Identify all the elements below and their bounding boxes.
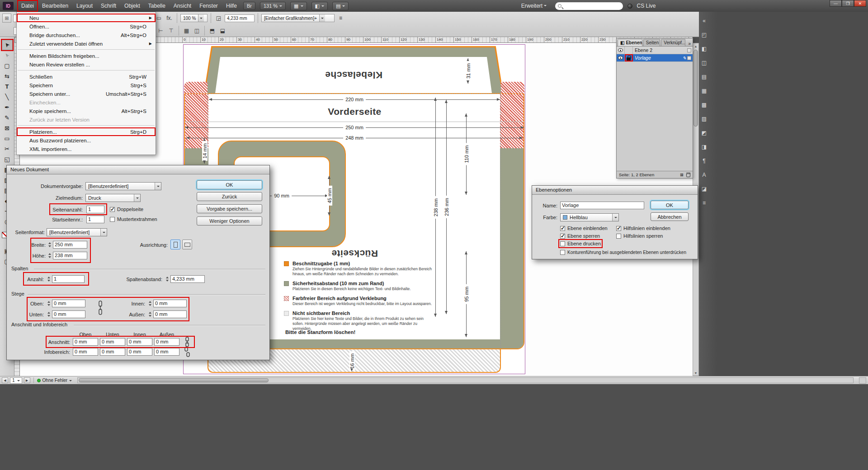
start-page-field[interactable]: 1 [86, 216, 104, 223]
layers-panel-icon[interactable]: ◧ [700, 44, 708, 53]
new-layer-icon[interactable]: ⊞ [680, 172, 684, 177]
menubar-item[interactable]: Schrift [97, 0, 120, 12]
horizontal-scrollbar[interactable] [77, 377, 854, 383]
zoom-level-dropdown[interactable]: 131 % [260, 2, 286, 10]
width-value-field[interactable]: 250 mm [53, 241, 87, 249]
file-menu-item[interactable]: Speichern Strg+S [17, 81, 156, 89]
layer-visibility-cell[interactable] [617, 47, 625, 54]
frame-tool-button[interactable]: ⊠ [2, 123, 13, 133]
file-menu-item[interactable]: Meinen Bildschirm freigeben... [17, 52, 156, 60]
layer-row-selected[interactable]: Vorlage ✎ [617, 54, 693, 62]
save-preset-button[interactable]: Vorgabe speichern... [197, 204, 262, 213]
lock-guides-checkbox[interactable]: Hilfslinien sperren [616, 233, 663, 239]
margin-top-stepper[interactable] [47, 300, 51, 307]
effects-panel-icon[interactable]: ◩ [700, 128, 708, 137]
file-menu-item[interactable]: Öffnen... Strg+O [17, 22, 156, 31]
menubar-item[interactable]: Ansicht [170, 0, 195, 12]
menubar-item[interactable]: Hilfe [222, 0, 241, 12]
expand-panels-icon[interactable]: « [700, 16, 708, 25]
arrange-documents-button[interactable]: ▤ [332, 2, 349, 10]
margin-inside-stepper[interactable] [148, 300, 152, 307]
file-menu-item[interactable]: Speichern unter... Umschalt+Strg+S [17, 89, 156, 98]
ok-button[interactable]: OK [651, 201, 689, 209]
back-button[interactable]: Zurück [197, 192, 262, 201]
links-panel-icon[interactable]: ◫ [700, 58, 708, 67]
page-tool-button[interactable]: ▢ [2, 61, 13, 71]
checkbox-icon[interactable] [560, 226, 565, 231]
bleed-inside-field[interactable]: 0 mm [127, 338, 152, 346]
master-frame-checkbox[interactable]: Mustertextrahmen [110, 216, 157, 222]
scroll-down-icon[interactable]: ▼ [693, 370, 698, 376]
file-menu-item[interactable]: Einchecken... [17, 98, 156, 107]
margin-top-field[interactable]: 0 mm [52, 300, 85, 307]
paragraph-panel-icon[interactable]: ¶ [700, 156, 708, 165]
fewer-options-button[interactable]: Weniger Optionen [197, 216, 262, 226]
restore-button[interactable]: ❐ [842, 0, 854, 7]
page-format-dropdown[interactable]: [Benutzerdefiniert] [47, 228, 107, 236]
minimize-button[interactable]: — [830, 0, 842, 7]
multiply-effect-icon[interactable]: ⬓ [218, 27, 227, 35]
layer-selection-square[interactable] [687, 48, 691, 52]
layer-name[interactable]: Ebene 2 [633, 47, 687, 53]
previous-page-button[interactable]: ◀ [2, 377, 8, 383]
panel-menu-icon[interactable]: ≡ [336, 14, 345, 23]
checkbox-icon[interactable] [560, 241, 565, 246]
intent-dropdown[interactable]: Druck [85, 194, 141, 202]
layer-visibility-cell[interactable] [617, 54, 625, 61]
menubar-item[interactable]: Objekt [120, 0, 144, 12]
file-menu-item[interactable]: XML importieren... [17, 145, 156, 153]
panel-collapse-icon[interactable]: » [686, 41, 693, 46]
file-menu-item[interactable]: Neu ▶ [17, 14, 156, 22]
pages-panel-icon[interactable]: ◰ [700, 30, 708, 39]
layer-name[interactable]: Vorlage [633, 55, 683, 61]
selection-tool-button[interactable]: ➤ [2, 40, 13, 50]
text-wrap-panel-icon[interactable]: ◨ [700, 142, 708, 151]
screen-mode-button[interactable]: ◧ [311, 2, 328, 10]
vertical-scroll-thumb[interactable] [693, 50, 698, 127]
dialog-titlebar[interactable]: Neues Dokument [7, 165, 269, 174]
page-number-field[interactable]: 1 [10, 377, 22, 384]
file-menu-item[interactable]: Schließen Strg+W [17, 72, 156, 81]
gutter-stepper[interactable] [165, 275, 170, 283]
print-layer-checkbox[interactable]: Ebene drucken [560, 241, 601, 246]
file-menu-item[interactable]: Zuletzt verwendete Datei öffnen ▶ [17, 39, 156, 48]
preflight-menu-icon[interactable] [69, 380, 72, 383]
menubar-item[interactable]: Layout [72, 0, 97, 12]
checkbox-icon[interactable] [560, 234, 565, 239]
align-panel-icon[interactable]: ≡ [700, 198, 708, 207]
bridge-button[interactable]: Br [243, 2, 255, 10]
ok-button[interactable]: OK [197, 180, 262, 189]
menubar-item[interactable]: Datei [17, 0, 38, 12]
scroll-up-icon[interactable]: ▲ [693, 43, 698, 49]
file-menu-item[interactable]: Neuen Review erstellen ... [17, 60, 156, 69]
column-count-field[interactable]: 1 [52, 275, 85, 283]
file-menu-item[interactable]: Zurück zur letzten Version [17, 115, 156, 124]
link-margins-icon[interactable] [97, 299, 104, 317]
object-styles-panel-icon[interactable]: ◪ [700, 184, 708, 193]
type-tool-button[interactable]: T [2, 81, 13, 92]
tab-links[interactable]: Verknüpf... [661, 39, 685, 46]
layer-name-field[interactable]: Vorlage [560, 202, 644, 209]
preset-dropdown[interactable]: [Benutzerdefiniert] [85, 182, 161, 190]
layer-lock-cell[interactable] [625, 47, 633, 54]
margin-outside-stepper[interactable] [148, 310, 152, 318]
height-value-field[interactable]: 238 mm [53, 252, 87, 259]
slug-bottom-field[interactable]: 0 mm [100, 348, 125, 356]
rectangle-tool-button[interactable]: ▭ [2, 133, 13, 144]
drop-shadow-icon[interactable]: ⬒ [208, 27, 217, 35]
slug-outside-field[interactable]: 0 mm [154, 348, 179, 356]
menubar-item[interactable]: Tabelle [144, 0, 170, 12]
margin-bottom-field[interactable]: 0 mm [52, 310, 85, 318]
corner-size-field[interactable]: 4,233 mm [225, 14, 255, 22]
height-stepper[interactable] [47, 252, 52, 259]
file-menu-item[interactable]: Aus Buzzword platzieren... [17, 136, 156, 145]
align-right-icon[interactable]: ⊢ [156, 27, 165, 35]
show-layer-checkbox[interactable]: Ebene einblenden [560, 226, 608, 231]
opacity-dropdown[interactable]: 100 % [180, 14, 208, 22]
checkbox-icon[interactable] [110, 207, 115, 212]
gap-tool-button[interactable]: ⇆ [2, 71, 13, 81]
direct-selection-tool-button[interactable]: ➣ [2, 50, 13, 61]
bleed-top-field[interactable]: 0 mm [73, 338, 98, 346]
line-tool-button[interactable]: ╲ [2, 92, 13, 102]
search-input[interactable] [555, 2, 623, 10]
